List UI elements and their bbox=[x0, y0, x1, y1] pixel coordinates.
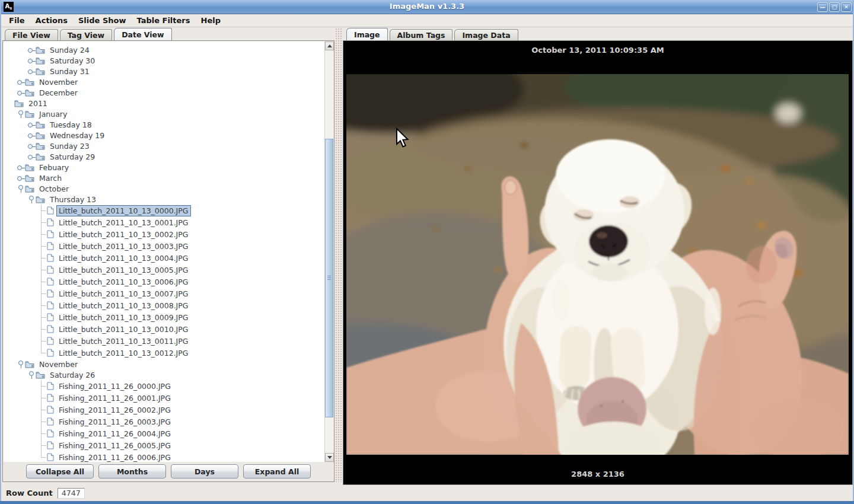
tab-image-data[interactable]: Image Data bbox=[454, 29, 518, 40]
tree-item-little-butch-2011-10-13-0005-jpg[interactable]: Little_butch_2011_10_13_0005.JPG bbox=[4, 264, 324, 276]
tree-item-little-butch-2011-10-13-0003-jpg[interactable]: Little_butch_2011_10_13_0003.JPG bbox=[4, 240, 324, 252]
menu-item-help[interactable]: Help bbox=[196, 15, 226, 26]
tree-item-label: December bbox=[37, 87, 80, 98]
collapse-handle-icon[interactable] bbox=[27, 195, 36, 203]
menu-item-actions[interactable]: Actions bbox=[30, 15, 73, 26]
menu-item-file[interactable]: File bbox=[4, 15, 30, 26]
tree-item-sunday-23[interactable]: Sunday 23 bbox=[4, 141, 324, 151]
file-icon bbox=[47, 277, 54, 286]
tree-item-saturday-30[interactable]: Saturday 30 bbox=[4, 55, 324, 66]
left-tab-strip: File ViewTag ViewDate View bbox=[5, 28, 174, 40]
tree-item-sunday-24[interactable]: Sunday 24 bbox=[4, 44, 324, 55]
tree-item-fishing-2011-11-26-0004-jpg[interactable]: Fishing_2011_11_26_0004.JPG bbox=[4, 428, 324, 439]
tree-item-little-butch-2011-10-13-0004-jpg[interactable]: Little_butch_2011_10_13_0004.JPG bbox=[4, 252, 324, 264]
expand-handle-icon[interactable] bbox=[17, 88, 25, 97]
folder-icon bbox=[25, 110, 34, 118]
file-icon bbox=[47, 429, 54, 438]
tree-item-label: Fishing_2011_11_26_0006.JPG bbox=[56, 452, 173, 462]
menu-item-table-filters[interactable]: Table Filters bbox=[131, 15, 195, 26]
tree-item-fishing-2011-11-26-0000-jpg[interactable]: Fishing_2011_11_26_0000.JPG bbox=[4, 380, 324, 392]
expand-handle-icon[interactable] bbox=[27, 67, 36, 75]
tree-scrollbar[interactable] bbox=[324, 42, 333, 462]
row-count-field[interactable]: 4747 bbox=[58, 488, 85, 499]
tree-item-label: Sunday 23 bbox=[47, 141, 92, 152]
tree-item-little-butch-2011-10-13-0006-jpg[interactable]: Little_butch_2011_10_13_0006.JPG bbox=[4, 276, 324, 288]
tree-item-thursday-13[interactable]: Thursday 13 bbox=[4, 194, 324, 205]
tree-item-november[interactable]: November bbox=[4, 76, 324, 87]
menu-item-slide-show[interactable]: Slide Show bbox=[73, 15, 131, 26]
tree-item-december[interactable]: December bbox=[4, 87, 324, 98]
tree-item-tuesday-18[interactable]: Tuesday 18 bbox=[4, 119, 324, 130]
file-icon bbox=[47, 218, 54, 227]
expand-handle-icon[interactable] bbox=[27, 120, 36, 129]
tab-album-tags[interactable]: Album Tags bbox=[390, 29, 453, 40]
expand-handle-icon[interactable] bbox=[17, 174, 25, 182]
split-pane-divider[interactable] bbox=[335, 28, 343, 482]
status-bar: Row Count 4747 bbox=[1, 485, 853, 501]
tree-item-label: Little_butch_2011_10_13_0008.JPG bbox=[56, 300, 191, 311]
tree-item-october[interactable]: October bbox=[4, 183, 324, 194]
tree-item-fishing-2011-11-26-0003-jpg[interactable]: Fishing_2011_11_26_0003.JPG bbox=[4, 416, 324, 428]
collapse-handle-icon[interactable] bbox=[17, 360, 25, 368]
expand-handle-icon[interactable] bbox=[17, 78, 25, 86]
tree-item-little-butch-2011-10-13-0009-jpg[interactable]: Little_butch_2011_10_13_0009.JPG bbox=[4, 311, 324, 323]
tree-item-saturday-26[interactable]: Saturday 26 bbox=[4, 369, 324, 380]
tree-item-little-butch-2011-10-13-0001-jpg[interactable]: Little_butch_2011_10_13_0001.JPG bbox=[4, 216, 324, 228]
expand-handle-icon[interactable] bbox=[27, 152, 36, 161]
tree-item-label: Fishing_2011_11_26_0003.JPG bbox=[56, 416, 173, 428]
tree-item-fishing-2011-11-26-0002-jpg[interactable]: Fishing_2011_11_26_0002.JPG bbox=[4, 404, 324, 416]
expand-handle-icon[interactable] bbox=[27, 142, 36, 150]
expand-handle-icon[interactable] bbox=[27, 131, 36, 139]
tree-item-little-butch-2011-10-13-0008-jpg[interactable]: Little_butch_2011_10_13_0008.JPG bbox=[4, 299, 324, 311]
tree-item-fishing-2011-11-26-0001-jpg[interactable]: Fishing_2011_11_26_0001.JPG bbox=[4, 392, 324, 404]
file-icon bbox=[47, 206, 54, 215]
scroll-down-button[interactable] bbox=[325, 453, 334, 462]
expand-all-button[interactable]: Expand All bbox=[243, 464, 311, 479]
collapse-all-button[interactable]: Collapse All bbox=[26, 464, 94, 479]
tab-file-view[interactable]: File View bbox=[5, 29, 58, 40]
tree-item-label: Little_butch_2011_10_13_0005.JPG bbox=[56, 264, 191, 276]
tree-item-fishing-2011-11-26-0005-jpg[interactable]: Fishing_2011_11_26_0005.JPG bbox=[4, 439, 324, 451]
tree-item-wednesday-19[interactable]: Wednesday 19 bbox=[4, 130, 324, 141]
months-button[interactable]: Months bbox=[98, 464, 166, 479]
row-count-label: Row Count bbox=[6, 489, 53, 497]
tree-item-label: Fishing_2011_11_26_0001.JPG bbox=[56, 393, 173, 404]
close-button[interactable]: ✕ bbox=[841, 2, 852, 12]
collapse-handle-icon[interactable] bbox=[17, 110, 25, 118]
tab-image[interactable]: Image bbox=[346, 28, 388, 40]
tree-item-2011[interactable]: 2011 bbox=[4, 98, 324, 109]
scroll-up-button[interactable] bbox=[325, 42, 334, 50]
tree-item-fishing-2011-11-26-0006-jpg[interactable]: Fishing_2011_11_26_0006.JPG bbox=[4, 451, 324, 462]
folder-icon bbox=[36, 153, 45, 161]
collapse-handle-icon[interactable] bbox=[17, 184, 25, 193]
tab-date-view[interactable]: Date View bbox=[114, 28, 171, 40]
tree-item-saturday-29[interactable]: Saturday 29 bbox=[4, 151, 324, 162]
tree-item-little-butch-2011-10-13-0011-jpg[interactable]: Little_butch_2011_10_13_0011.JPG bbox=[4, 335, 324, 347]
folder-icon bbox=[36, 142, 45, 150]
tree-item-january[interactable]: January bbox=[4, 109, 324, 119]
days-button[interactable]: Days bbox=[171, 464, 238, 479]
tree-item-label: January bbox=[37, 109, 69, 120]
tree-item-little-butch-2011-10-13-0000-jpg[interactable]: Little_butch_2011_10_13_0000.JPG bbox=[4, 205, 324, 216]
folder-icon bbox=[36, 46, 45, 54]
tree-item-little-butch-2011-10-13-0010-jpg[interactable]: Little_butch_2011_10_13_0010.JPG bbox=[4, 323, 324, 335]
minimize-button[interactable]: — bbox=[817, 2, 828, 12]
tree-item-little-butch-2011-10-13-0012-jpg[interactable]: Little_butch_2011_10_13_0012.JPG bbox=[4, 347, 324, 359]
tree-connector bbox=[38, 288, 47, 299]
tree-item-sunday-31[interactable]: Sunday 31 bbox=[4, 66, 324, 76]
expand-handle-icon[interactable] bbox=[27, 56, 36, 65]
photo-canvas bbox=[346, 74, 849, 455]
tree-item-little-butch-2011-10-13-0002-jpg[interactable]: Little_butch_2011_10_13_0002.JPG bbox=[4, 228, 324, 240]
maximize-button[interactable]: ▢ bbox=[829, 2, 840, 12]
expand-handle-icon[interactable] bbox=[17, 163, 25, 171]
folder-icon bbox=[36, 196, 45, 203]
tree-item-march[interactable]: March bbox=[4, 173, 324, 183]
tree-item-little-butch-2011-10-13-0007-jpg[interactable]: Little_butch_2011_10_13_0007.JPG bbox=[4, 288, 324, 299]
tab-tag-view[interactable]: Tag View bbox=[60, 29, 112, 40]
tree-item-febuary[interactable]: Febuary bbox=[4, 162, 324, 173]
scrollbar-thumb[interactable] bbox=[325, 139, 333, 417]
tree-item-november[interactable]: November bbox=[4, 359, 324, 369]
expand-handle-icon[interactable] bbox=[27, 46, 36, 54]
collapse-handle-icon[interactable] bbox=[27, 371, 36, 379]
puppy-photo bbox=[346, 74, 849, 455]
